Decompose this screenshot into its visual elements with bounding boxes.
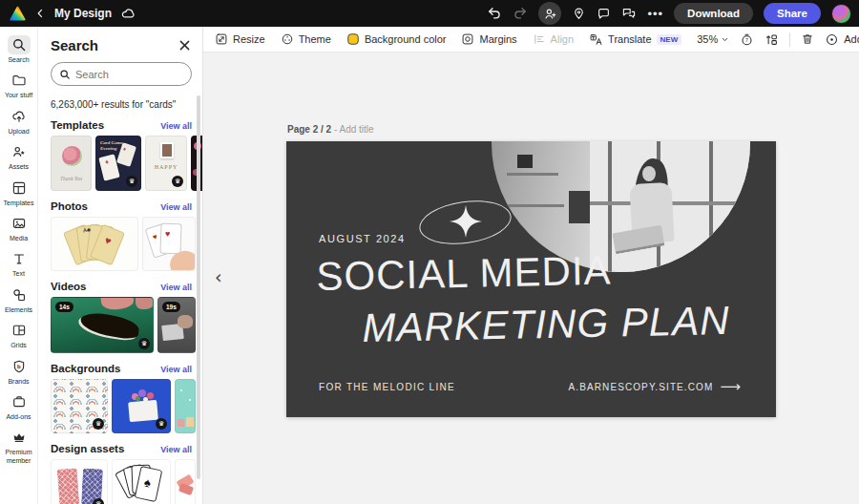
card-pip: A♣ — [83, 226, 92, 233]
page-duration-button[interactable]: 7 — [740, 32, 754, 47]
share-button[interactable]: Share — [764, 3, 821, 24]
leaf-art — [136, 396, 140, 401]
section-title-design-assets: Design assets — [51, 443, 124, 454]
align-button[interactable]: Align — [533, 32, 574, 46]
search-input-wrapper — [51, 62, 192, 86]
reorder-pages-button[interactable] — [765, 32, 779, 47]
sidebar-item-grids[interactable]: Grids — [0, 317, 38, 352]
asset-thumb-3[interactable] — [175, 459, 196, 504]
photo-art — [160, 142, 174, 158]
photo-thumb-2[interactable]: ♥ ♥ — [142, 217, 196, 271]
app-window: My Design — [0, 0, 859, 504]
left-icon-rail: Search Your stuff Upload Assets — [0, 27, 38, 504]
location-pin-icon[interactable] — [572, 7, 586, 21]
back-chevron-icon[interactable] — [34, 8, 46, 19]
video-duration-badge: 19s — [162, 302, 180, 312]
sparkle-star-shape[interactable] — [450, 204, 482, 239]
page-indicator[interactable]: Page 2 / 2 - Add title — [287, 124, 374, 135]
user-avatar[interactable] — [831, 4, 851, 24]
panel-scrollbar[interactable] — [197, 95, 200, 479]
theme-button[interactable]: Theme — [281, 32, 331, 46]
sidebar-item-search[interactable]: Search — [0, 32, 38, 67]
redo-button[interactable] — [513, 6, 528, 21]
feedback-chats-icon[interactable] — [621, 6, 637, 21]
sidebar-item-brands[interactable]: b Brands — [0, 353, 38, 388]
photo-thumb-1[interactable]: ♥ A♣ — [51, 217, 138, 271]
snow-art — [189, 399, 191, 401]
margins-button[interactable]: Margins — [461, 32, 516, 46]
sidebar-item-premium-member[interactable]: Premium member — [0, 424, 38, 468]
video-duration-badge: 14s — [55, 302, 73, 312]
slide-footer-left[interactable]: FOR THE MELODIC LINE — [319, 382, 455, 392]
translate-button[interactable]: Translate NEW — [589, 32, 681, 47]
delete-page-button[interactable] — [801, 32, 814, 46]
sidebar-item-upload[interactable]: Upload — [0, 103, 38, 138]
asset-thumb-2[interactable]: ♠ — [112, 459, 171, 504]
template-thumb-2[interactable]: Card Game Evening ♦ ♦ ♛ — [95, 136, 141, 191]
background-thumb-1[interactable]: ♛ — [51, 379, 108, 433]
crown-icon — [8, 428, 31, 447]
premium-crown-badge: ♛ — [93, 498, 104, 504]
view-all-photos[interactable]: View all — [160, 202, 192, 212]
previous-page-button[interactable]: ‹ — [215, 268, 222, 286]
background-color-button[interactable]: Background color — [346, 32, 447, 46]
flower-art — [147, 392, 154, 399]
download-button[interactable]: Download — [674, 3, 753, 24]
view-all-videos[interactable]: View all — [160, 283, 192, 292]
card-art — [159, 223, 181, 255]
text-icon — [8, 249, 31, 268]
sidebar-item-media[interactable]: Media — [0, 210, 38, 245]
background-thumb-2[interactable]: ♛ — [112, 379, 171, 433]
video-thumb-2[interactable]: 19s — [157, 297, 196, 353]
slide-footer-right[interactable]: A.BARNESCOPY.SITE.COM ⟶ — [569, 380, 742, 394]
window-frame — [709, 141, 713, 272]
template-thumb-1[interactable]: Thank You — [51, 136, 92, 191]
search-icon — [8, 35, 31, 54]
adobe-express-logo-icon[interactable] — [10, 6, 26, 22]
search-input[interactable] — [75, 69, 183, 80]
close-panel-button[interactable] — [178, 38, 192, 52]
photos-row: ♥ A♣ ♥ ♥ — [51, 217, 192, 271]
sidebar-item-assets[interactable]: Assets — [0, 138, 38, 174]
snow-art — [180, 389, 182, 391]
sidebar-item-elements[interactable]: Elements — [0, 282, 38, 317]
slide-title-line1[interactable]: SOCIAL MEDIA — [316, 251, 612, 297]
more-options-button[interactable]: ••• — [647, 7, 663, 21]
folder-icon — [8, 71, 31, 90]
section-title-photos: Photos — [51, 200, 88, 212]
search-input-icon — [59, 69, 71, 80]
zoom-level-dropdown[interactable]: 35% — [697, 33, 729, 45]
house-art — [178, 419, 184, 427]
assets-person-icon — [8, 142, 31, 161]
hand-art — [100, 297, 135, 311]
view-all-design-assets[interactable]: View all — [160, 445, 192, 454]
resize-button[interactable]: Resize — [215, 32, 265, 46]
slide-canvas[interactable]: AUGUST 2024 SOCIAL MEDIA MARKETING PLAN … — [286, 141, 776, 417]
shelf-art — [507, 173, 558, 176]
comment-button[interactable] — [597, 7, 611, 21]
sidebar-item-add-ons[interactable]: Add-ons — [0, 388, 38, 424]
page-number: Page 2 / 2 — [287, 124, 331, 135]
background-thumb-3[interactable] — [175, 379, 196, 433]
asset-thumb-1[interactable]: ♛ — [51, 459, 108, 504]
slide-date-text[interactable]: AUGUST 2024 — [319, 233, 406, 244]
media-image-icon — [8, 214, 31, 233]
template-thumb-3[interactable]: HAPPY ♛ — [145, 136, 187, 191]
sidebar-item-templates[interactable]: Templates — [0, 175, 38, 210]
shelf-item-art — [517, 155, 533, 168]
premium-crown-badge: ♛ — [138, 338, 150, 349]
arrow-right-icon: ⟶ — [720, 380, 742, 394]
undo-button[interactable] — [487, 6, 502, 21]
invite-collaborator-button[interactable] — [538, 2, 561, 25]
add-page-button[interactable]: Add — [825, 32, 859, 47]
slide-title-line2[interactable]: MARKETING PLAN — [362, 301, 730, 348]
page-title-placeholder[interactable]: - Add title — [334, 124, 374, 135]
video-thumb-1[interactable]: 14s ♛ — [51, 297, 154, 353]
sidebar-item-text[interactable]: Text — [0, 245, 38, 281]
view-all-backgrounds[interactable]: View all — [160, 365, 192, 374]
workspace: Page 2 / 2 - Add title ‹ — [203, 52, 859, 504]
view-all-templates[interactable]: View all — [160, 121, 192, 131]
document-title[interactable]: My Design — [54, 7, 112, 20]
sidebar-item-your-stuff[interactable]: Your stuff — [0, 67, 38, 102]
flower-art — [62, 146, 82, 166]
